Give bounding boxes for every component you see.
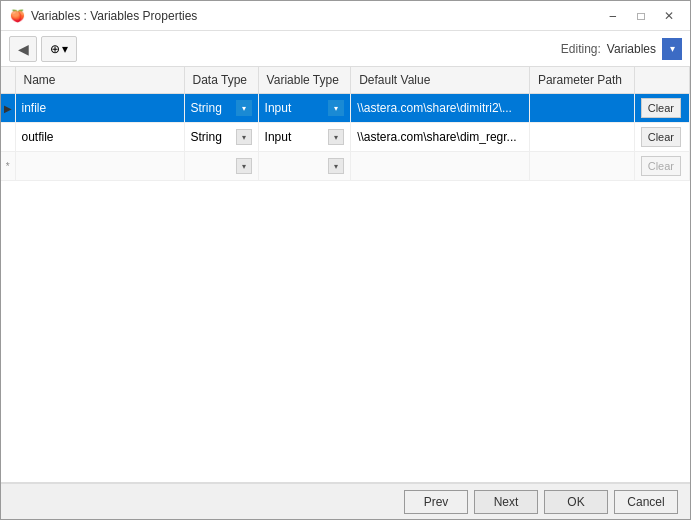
row3-datatype-select[interactable]: ▾ bbox=[191, 158, 252, 174]
col-parampath-header: Parameter Path bbox=[529, 67, 634, 94]
row1-clear-button[interactable]: Clear bbox=[641, 98, 681, 118]
row1-datatype-dropdown-icon[interactable]: ▾ bbox=[236, 100, 252, 116]
table-header: Name Data Type Variable Type Default Val… bbox=[1, 67, 690, 94]
row2-name-input[interactable] bbox=[22, 130, 178, 144]
table-row[interactable]: ▶ String ▾ Inp bbox=[1, 94, 690, 123]
row2-vartype-select[interactable]: Input ▾ bbox=[265, 129, 345, 145]
row2-datatype-dropdown-icon[interactable]: ▾ bbox=[236, 129, 252, 145]
row3-datatype[interactable]: ▾ bbox=[184, 152, 258, 181]
editing-section: Editing: Variables ▾ bbox=[561, 38, 682, 60]
editing-static-label: Editing: bbox=[561, 42, 601, 56]
footer: Prev Next OK Cancel bbox=[1, 483, 690, 519]
editing-dropdown-button[interactable]: ▾ bbox=[662, 38, 682, 60]
app-icon: 🍑 bbox=[9, 8, 25, 24]
row2-name[interactable] bbox=[15, 123, 184, 152]
row1-vartype-value: Input bbox=[265, 101, 327, 115]
row3-parampath[interactable] bbox=[529, 152, 634, 181]
row1-vartype-select[interactable]: Input ▾ bbox=[265, 100, 345, 116]
row2-datatype-value: String bbox=[191, 130, 234, 144]
col-vartype-header: Variable Type bbox=[258, 67, 351, 94]
table-body: ▶ String ▾ Inp bbox=[1, 94, 690, 181]
row2-clear-cell: Clear bbox=[634, 123, 689, 152]
row1-parampath[interactable] bbox=[529, 94, 634, 123]
row1-vartype-dropdown-icon[interactable]: ▾ bbox=[328, 100, 344, 116]
row1-indicator: ▶ bbox=[1, 94, 15, 123]
window-title: Variables : Variables Properties bbox=[31, 9, 600, 23]
row1-name[interactable] bbox=[15, 94, 184, 123]
row1-datatype-select[interactable]: String ▾ bbox=[191, 100, 252, 116]
row3-datatype-dropdown-icon[interactable]: ▾ bbox=[236, 158, 252, 174]
row2-vartype-dropdown-icon[interactable]: ▾ bbox=[328, 129, 344, 145]
toolbar: ◀ ⊕ ▾ Editing: Variables ▾ bbox=[1, 31, 690, 67]
row2-datatype-select[interactable]: String ▾ bbox=[191, 129, 252, 145]
row2-defaultval[interactable]: \\astera.com\share\dim_regr... bbox=[351, 123, 530, 152]
row2-vartype[interactable]: Input ▾ bbox=[258, 123, 351, 152]
next-button[interactable]: Next bbox=[474, 490, 538, 514]
row3-indicator: * bbox=[1, 152, 15, 181]
window-controls: ‒ □ ✕ bbox=[600, 6, 682, 26]
toolbar-dropdown[interactable]: ⊕ ▾ bbox=[41, 36, 77, 62]
cancel-button[interactable]: Cancel bbox=[614, 490, 678, 514]
minimize-button[interactable]: ‒ bbox=[600, 6, 626, 26]
row2-parampath[interactable] bbox=[529, 123, 634, 152]
back-button[interactable]: ◀ bbox=[9, 36, 37, 62]
row1-clear-cell: Clear bbox=[634, 94, 689, 123]
row2-vartype-value: Input bbox=[265, 130, 327, 144]
close-button[interactable]: ✕ bbox=[656, 6, 682, 26]
row3-name-input[interactable] bbox=[22, 159, 178, 173]
new-row-indicator: * bbox=[6, 161, 10, 172]
row2-datatype[interactable]: String ▾ bbox=[184, 123, 258, 152]
editing-value: Variables bbox=[607, 42, 656, 56]
row3-name[interactable] bbox=[15, 152, 184, 181]
dropdown-arrow-icon: ▾ bbox=[62, 42, 68, 56]
row1-defaultval-text: \\astera.com\share\dimitri2\... bbox=[357, 101, 512, 115]
row1-name-input[interactable] bbox=[22, 101, 178, 115]
col-clear-header bbox=[634, 67, 689, 94]
prev-button[interactable]: Prev bbox=[404, 490, 468, 514]
main-window: 🍑 Variables : Variables Properties ‒ □ ✕… bbox=[0, 0, 691, 520]
row3-defaultval[interactable] bbox=[351, 152, 530, 181]
row1-vartype[interactable]: Input ▾ bbox=[258, 94, 351, 123]
row3-vartype-select[interactable]: ▾ bbox=[265, 158, 345, 174]
row1-defaultval[interactable]: \\astera.com\share\dimitri2\... bbox=[351, 94, 530, 123]
row1-datatype[interactable]: String ▾ bbox=[184, 94, 258, 123]
main-content: Name Data Type Variable Type Default Val… bbox=[1, 67, 690, 483]
row1-datatype-value: String bbox=[191, 101, 234, 115]
variables-table: Name Data Type Variable Type Default Val… bbox=[1, 67, 690, 181]
table-row[interactable]: String ▾ Input ▾ \\astera.com\share\dim_… bbox=[1, 123, 690, 152]
row2-defaultval-text: \\astera.com\share\dim_regr... bbox=[357, 130, 516, 144]
row2-clear-button[interactable]: Clear bbox=[641, 127, 681, 147]
table-row[interactable]: * ▾ bbox=[1, 152, 690, 181]
dropdown-icon: ⊕ bbox=[50, 42, 60, 56]
variables-table-container: Name Data Type Variable Type Default Val… bbox=[1, 67, 690, 483]
maximize-button[interactable]: □ bbox=[628, 6, 654, 26]
title-bar: 🍑 Variables : Variables Properties ‒ □ ✕ bbox=[1, 1, 690, 31]
col-indicator bbox=[1, 67, 15, 94]
row3-clear-button: Clear bbox=[641, 156, 681, 176]
row-arrow-icon: ▶ bbox=[4, 103, 12, 114]
ok-button[interactable]: OK bbox=[544, 490, 608, 514]
col-name-header: Name bbox=[15, 67, 184, 94]
row3-vartype-dropdown-icon[interactable]: ▾ bbox=[328, 158, 344, 174]
row3-vartype[interactable]: ▾ bbox=[258, 152, 351, 181]
col-datatype-header: Data Type bbox=[184, 67, 258, 94]
row3-clear-cell: Clear bbox=[634, 152, 689, 181]
row2-indicator bbox=[1, 123, 15, 152]
col-defaultval-header: Default Value bbox=[351, 67, 530, 94]
